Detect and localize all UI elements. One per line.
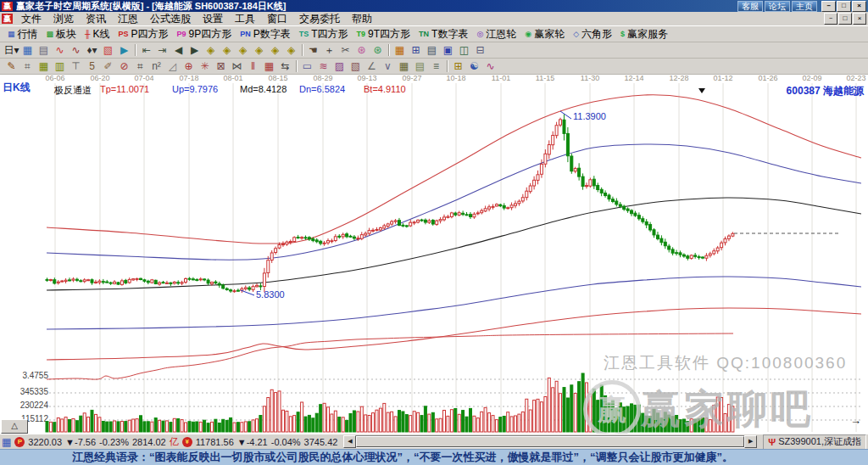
- tool-icon[interactable]: ≡: [428, 59, 444, 73]
- chart-scrollbar[interactable]: ◀ ▶: [343, 436, 757, 448]
- scroll-left-icon[interactable]: ◀: [343, 435, 356, 448]
- tool-icon[interactable]: ∿: [482, 59, 498, 73]
- toolbar-button[interactable]: PSP四方形: [114, 27, 172, 42]
- tool-icon[interactable]: ▧: [100, 43, 116, 57]
- toolbar-button[interactable]: ╫K线: [81, 27, 114, 42]
- tool-icon[interactable]: ⊟: [472, 43, 488, 57]
- close-icon[interactable]: ×: [853, 13, 866, 25]
- tool-icon[interactable]: ☚: [305, 43, 321, 57]
- tool-icon[interactable]: 日▾: [3, 43, 19, 57]
- tool-icon[interactable]: ▥: [52, 59, 68, 73]
- kline-chart-canvas[interactable]: 06-0606-2007-0407-1808-0108-1508-2909-13…: [0, 75, 868, 434]
- toolbar-button[interactable]: PNP数字表: [236, 27, 295, 42]
- toolbar-button[interactable]: $赢家服务: [616, 27, 672, 42]
- tool-icon[interactable]: ⊞: [450, 59, 466, 73]
- tool-icon[interactable]: ◀: [170, 43, 186, 57]
- tool-icon[interactable]: ◿: [164, 59, 181, 73]
- scroll-right-icon[interactable]: ▶: [744, 435, 757, 448]
- tool-icon[interactable]: 5: [84, 59, 100, 73]
- menu-item[interactable]: 交易委托: [293, 13, 346, 25]
- pane-toggle-button[interactable]: △: [1, 419, 28, 434]
- tool-icon[interactable]: ∿: [52, 43, 68, 57]
- tool-icon[interactable]: ⋈: [229, 59, 245, 73]
- tool-icon[interactable]: ＋: [321, 43, 337, 57]
- tool-icon[interactable]: ⊕: [181, 59, 197, 73]
- tool-icon[interactable]: ▦: [36, 59, 52, 73]
- tool-icon[interactable]: ∿: [68, 43, 84, 57]
- tool-icon[interactable]: ▦: [392, 43, 408, 57]
- tool-icon[interactable]: ⇆: [277, 59, 293, 73]
- toolbar-button[interactable]: ◇六角形: [569, 27, 616, 42]
- menu-item[interactable]: 浏览: [47, 13, 80, 25]
- menu-item[interactable]: 公式选股: [144, 13, 197, 25]
- tool-icon[interactable]: ≋: [315, 59, 331, 73]
- tool-icon[interactable]: ‖: [245, 59, 261, 73]
- toolbar-button[interactable]: TST四方形: [295, 27, 353, 42]
- menu-item[interactable]: 设置: [197, 13, 229, 25]
- tool-icon[interactable]: ⊛: [353, 43, 370, 57]
- tool-icon[interactable]: ▦: [261, 59, 277, 73]
- tool-icon[interactable]: ◈: [251, 43, 267, 57]
- tool-icon[interactable]: ▤: [36, 43, 52, 57]
- tool-icon[interactable]: ⊤: [68, 59, 84, 73]
- tool-icon[interactable]: ⌗: [19, 59, 36, 73]
- tool-icon[interactable]: ⊞: [408, 43, 424, 57]
- menu-item[interactable]: 工具: [229, 13, 261, 25]
- titlebar-button[interactable]: 客服: [737, 1, 763, 12]
- tool-icon[interactable]: ∨: [380, 59, 396, 73]
- tool-icon[interactable]: ✳: [197, 59, 213, 73]
- menu-item[interactable]: 窗口: [261, 13, 293, 25]
- tool-icon[interactable]: ◈: [267, 43, 283, 57]
- tool-icon[interactable]: ▶: [186, 43, 203, 57]
- tool-icon[interactable]: ▦: [396, 59, 412, 73]
- tool-icon[interactable]: ◈: [283, 43, 299, 57]
- scrollbar-thumb[interactable]: [356, 436, 744, 447]
- tool-icon[interactable]: ▧: [348, 59, 364, 73]
- tool-icon[interactable]: ∠: [364, 59, 380, 73]
- toolbar-button[interactable]: T99T四方形: [353, 27, 415, 42]
- toolbar-button[interactable]: ▦行情: [3, 27, 42, 42]
- menu-item[interactable]: 资讯: [80, 13, 112, 25]
- toolbar-button[interactable]: ◉赢家轮: [520, 27, 569, 42]
- tool-icon[interactable]: ◈: [235, 43, 251, 57]
- tool-icon[interactable]: ▣: [440, 43, 456, 57]
- restore-icon[interactable]: □: [837, 1, 851, 12]
- minimize-icon[interactable]: －: [821, 1, 836, 12]
- tool-icon[interactable]: ▶: [116, 43, 132, 57]
- menu-item[interactable]: 帮助: [346, 13, 378, 25]
- minimize-icon[interactable]: －: [824, 13, 837, 25]
- tool-icon[interactable]: ▦: [19, 43, 36, 57]
- tool-icon[interactable]: ⊠: [213, 59, 229, 73]
- tool-icon[interactable]: ☯: [466, 59, 482, 73]
- tool-icon[interactable]: n²: [148, 59, 164, 73]
- tool-icon[interactable]: ✐: [100, 59, 116, 73]
- toolbar-button[interactable]: ◎江恩轮: [472, 27, 520, 42]
- scrollbar-track[interactable]: [356, 435, 744, 448]
- tool-icon[interactable]: ⌗: [132, 59, 148, 73]
- tool-icon[interactable]: ◈: [203, 43, 219, 57]
- tool-icon[interactable]: ▭: [299, 59, 315, 73]
- tool-icon[interactable]: ✂: [337, 43, 353, 57]
- titlebar-button[interactable]: 论坛: [765, 1, 790, 12]
- tool-icon[interactable]: ⊛: [370, 43, 386, 57]
- toolbar-button[interactable]: ▩板块: [42, 27, 81, 42]
- tool-icon[interactable]: ▨: [331, 59, 348, 73]
- szse-index-icon: ¥: [182, 437, 192, 447]
- menu-item[interactable]: 文件: [15, 13, 47, 25]
- tool-icon[interactable]: ◫: [456, 43, 472, 57]
- tool-icon[interactable]: ♦▾: [84, 43, 100, 57]
- tool-icon[interactable]: ⇥: [154, 43, 170, 57]
- tool-icon[interactable]: ▤: [412, 59, 428, 73]
- restore-icon[interactable]: □: [838, 13, 852, 25]
- tool-icon[interactable]: ✎: [3, 59, 19, 73]
- tool-icon[interactable]: ⊘: [116, 59, 132, 73]
- close-icon[interactable]: ×: [852, 1, 866, 12]
- current-index-panel[interactable]: Ψ SZ399001,深证成指: [763, 434, 866, 450]
- tool-icon[interactable]: ▤: [424, 43, 440, 57]
- toolbar-button[interactable]: P99P四方形: [172, 27, 236, 42]
- tool-icon[interactable]: ⇤: [138, 43, 154, 57]
- titlebar-button[interactable]: 主页: [792, 1, 817, 12]
- menu-item[interactable]: 江恩: [112, 13, 144, 25]
- tool-icon[interactable]: ◈: [219, 43, 235, 57]
- toolbar-button[interactable]: TNT数字表: [415, 27, 472, 42]
